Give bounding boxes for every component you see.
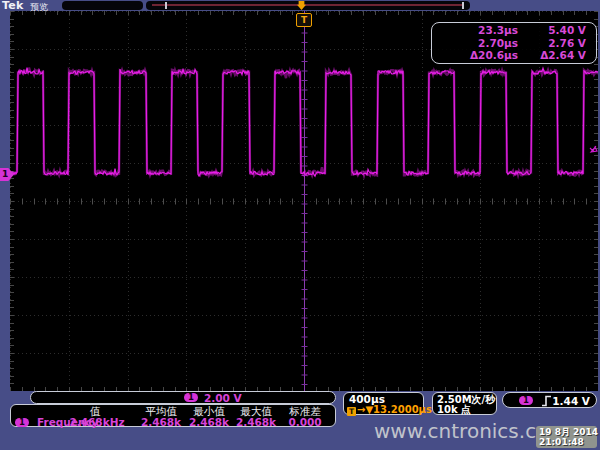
status-box — [62, 1, 143, 10]
acquisition-readout: 2.50M次/秒 10k 点 — [432, 392, 497, 415]
meas-row-value: 2.468kHz — [69, 417, 124, 428]
trigger-t-icon: T — [347, 407, 356, 416]
oscilloscope-screen: Tek 预览 T 23.3µs 5.40 V 2.70µs 2.76 V Δ20… — [0, 0, 600, 450]
cursor-readout: 23.3µs 5.40 V 2.70µs 2.76 V Δ20.6µs Δ2.6… — [431, 22, 597, 64]
trigger-level: 1.44 V — [552, 395, 590, 407]
cursor-delta-t: Δ20.6µs — [434, 49, 518, 62]
graticule: T 23.3µs 5.40 V 2.70µs 2.76 V Δ20.6µs Δ2… — [10, 11, 598, 391]
record-view-left-bracket — [165, 2, 167, 9]
meas-row-min: 2.468k — [189, 417, 229, 428]
rising-edge-icon — [541, 395, 552, 407]
measurement-panel: 值 平均值 最小值 最大值 标准差 1 Frequency 2.468kHz 2… — [10, 404, 336, 427]
trigger-readout: 1 1.44 V — [502, 392, 597, 408]
trigger-position-flag: T — [296, 13, 312, 27]
meas-row-stddev: 0.000 — [288, 417, 321, 428]
trigger-source-badge: 1 — [519, 396, 533, 405]
cursor-v2: 2.76 V — [518, 37, 586, 50]
meas-row-mean: 2.468k — [141, 417, 181, 428]
datetime-box: 19 8月 2014 21:01:48 — [536, 426, 597, 448]
record-length: 10k 点 — [437, 404, 471, 415]
waveform-plot — [10, 11, 598, 391]
channel-1-badge: 1 — [184, 393, 198, 402]
timebase-readout: 400µs T→▼13.2000µs — [343, 392, 424, 415]
channel-readout-bar: 1 2.00 V — [30, 391, 336, 404]
cursor-delta-v: Δ2.64 V — [518, 49, 586, 62]
cursor-t1: 23.3µs — [434, 24, 518, 37]
record-view — [146, 1, 470, 10]
trigger-position-value: →▼13.2000µs — [357, 404, 432, 415]
meas-row-max: 2.468k — [236, 417, 276, 428]
record-view-trigger-icon — [297, 1, 306, 10]
cursor-t2: 2.70µs — [434, 37, 518, 50]
date-label: 19 8月 2014 — [539, 427, 597, 437]
cursor-v1: 5.40 V — [518, 24, 586, 37]
time-label: 21:01:48 — [539, 437, 597, 447]
trigger-position-readout: T→▼13.2000µs — [347, 404, 432, 416]
record-view-right-bracket — [462, 2, 464, 9]
meas-row-channel-badge: 1 — [15, 418, 29, 427]
channel-1-scale: 2.00 V — [204, 393, 242, 404]
record-view-waveform-bar — [152, 4, 462, 6]
